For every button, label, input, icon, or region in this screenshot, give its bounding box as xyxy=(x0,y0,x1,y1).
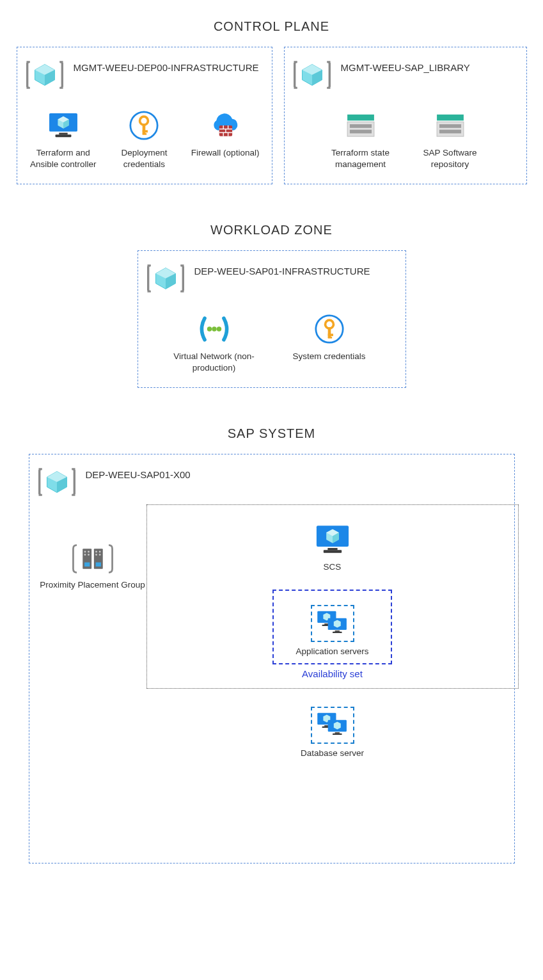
vnet-icon xyxy=(196,312,232,346)
ppg-icon xyxy=(38,543,147,575)
resource-group-icon xyxy=(147,262,184,294)
mgmt-sap-library-title: MGMT-WEEU-SAP_LIBRARY xyxy=(341,59,470,74)
storage-icon xyxy=(346,109,375,142)
workload-zone-box-title: DEP-WEEU-SAP01-INFRASTRUCTURE xyxy=(194,262,370,278)
sap-dotted-container: SCS Application servers Availability set xyxy=(146,504,519,689)
database-server-label: Database server xyxy=(301,748,364,759)
deployment-credentials-item: Deployment credentials xyxy=(109,109,179,170)
sap-software-repo-label: SAP Software repository xyxy=(415,147,485,170)
system-credentials-label: System credentials xyxy=(292,351,365,362)
terraform-state-label: Terraform state management xyxy=(326,147,396,170)
deployment-credentials-label: Deployment credentials xyxy=(109,147,179,170)
mgmt-infrastructure-box: MGMT-WEEU-DEP00-INFRASTRUCTURE Terraform… xyxy=(17,47,272,184)
database-server-container xyxy=(311,707,354,744)
availability-set-label: Availability set xyxy=(302,668,363,679)
terraform-state-item: Terraform state management xyxy=(326,109,396,170)
control-plane-row: MGMT-WEEU-DEP00-INFRASTRUCTURE Terraform… xyxy=(6,47,537,184)
terraform-ansible-controller-item: Terraform and Ansible controller xyxy=(28,109,98,170)
availability-set-box: Application servers xyxy=(272,590,391,665)
firewall-cloud-icon xyxy=(209,109,241,142)
sap-software-repo-item: SAP Software repository xyxy=(415,109,485,170)
vm-pair-icon xyxy=(316,610,349,637)
sap-system-box-title: DEP-WEEU-SAP01-X00 xyxy=(86,466,191,481)
vnet-label: Virtual Network (non-production) xyxy=(169,351,259,373)
storage-icon xyxy=(436,109,465,142)
sap-system-box: DEP-WEEU-SAP01-X00 Proximity Placement G… xyxy=(29,454,515,864)
mgmt-sap-library-box: MGMT-WEEU-SAP_LIBRARY Terraform state ma… xyxy=(284,47,527,184)
monitor-cube-icon xyxy=(48,109,79,142)
firewall-label: Firewall (optional) xyxy=(191,147,260,159)
workload-zone-box: DEP-WEEU-SAP01-INFRASTRUCTURE Virtual Ne… xyxy=(138,250,406,388)
workload-zone-title: WORKLOAD ZONE xyxy=(6,223,537,237)
key-circle-icon xyxy=(315,312,344,346)
resource-group-icon xyxy=(38,466,75,498)
app-servers-label: Application servers xyxy=(295,646,368,657)
firewall-item: Firewall (optional) xyxy=(190,109,260,170)
resource-group-icon xyxy=(26,59,63,91)
scs-vm-icon xyxy=(315,524,350,558)
control-plane-title: CONTROL PLANE xyxy=(6,19,537,34)
resource-group-icon xyxy=(294,59,331,91)
vm-pair-icon xyxy=(316,712,349,739)
terraform-ansible-controller-label: Terraform and Ansible controller xyxy=(28,147,98,170)
scs-label: SCS xyxy=(324,561,342,573)
key-circle-icon xyxy=(129,109,159,142)
app-servers-container xyxy=(311,605,354,642)
database-server-block: Database server xyxy=(301,707,364,759)
proximity-placement-group: Proximity Placement Group xyxy=(38,504,147,759)
sap-system-title: SAP SYSTEM xyxy=(6,426,537,441)
mgmt-infrastructure-title: MGMT-WEEU-DEP00-INFRASTRUCTURE xyxy=(74,59,259,74)
ppg-label: Proximity Placement Group xyxy=(38,580,147,590)
vnet-item: Virtual Network (non-production) xyxy=(169,312,259,373)
system-credentials-item: System credentials xyxy=(285,312,374,373)
